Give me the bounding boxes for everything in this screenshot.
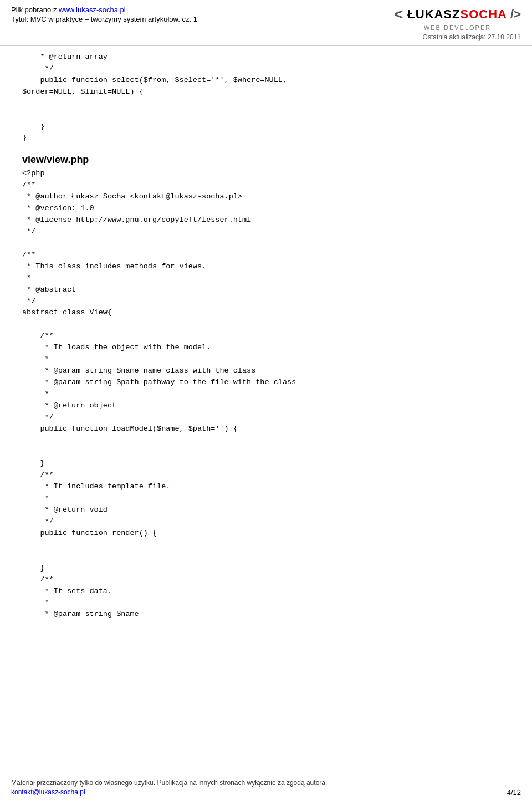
footer-disclaimer: Materiał przeznaczony tylko do własnego … bbox=[11, 779, 521, 787]
source-line: Plik pobrano z www.lukasz-socha.pl bbox=[11, 6, 197, 14]
header-left: Plik pobrano z www.lukasz-socha.pl Tytuł… bbox=[11, 6, 197, 23]
code-top: * @return array */ public function selec… bbox=[22, 52, 510, 144]
logo-name: ŁUKASZSOCHA bbox=[407, 7, 507, 22]
source-prefix: Plik pobrano z bbox=[11, 6, 59, 14]
source-link[interactable]: www.lukasz-socha.pl bbox=[59, 6, 126, 14]
main-content: * @return array */ public function selec… bbox=[0, 46, 532, 654]
page-header: Plik pobrano z www.lukasz-socha.pl Tytuł… bbox=[0, 0, 532, 46]
section1-title: view/view.php bbox=[22, 154, 510, 166]
footer-contact-link[interactable]: kontakt@lukasz-socha.pl bbox=[11, 788, 85, 796]
logo-subtitle: WEB DEVELOPER bbox=[394, 24, 521, 31]
logo-slash: /> bbox=[507, 7, 521, 22]
logo: < ŁUKASZSOCHA /> bbox=[394, 6, 521, 23]
header-date: Ostatnia aktualizacja: 27.10.2011 bbox=[394, 33, 521, 41]
code-section1: <?php /** * @author Łukasz Socha <kontak… bbox=[22, 168, 510, 620]
header-right: < ŁUKASZSOCHA /> WEB DEVELOPER Ostatnia … bbox=[394, 6, 521, 41]
page-number: 4/12 bbox=[507, 788, 521, 797]
doc-title: Tytuł: MVC w praktyce – tworzymy system … bbox=[11, 15, 197, 23]
logo-bracket-left: < bbox=[394, 6, 407, 23]
page-footer: Materiał przeznaczony tylko do własnego … bbox=[0, 774, 532, 801]
logo-lukasz: ŁUKASZ bbox=[407, 7, 460, 21]
logo-socha: SOCHA bbox=[460, 7, 507, 21]
